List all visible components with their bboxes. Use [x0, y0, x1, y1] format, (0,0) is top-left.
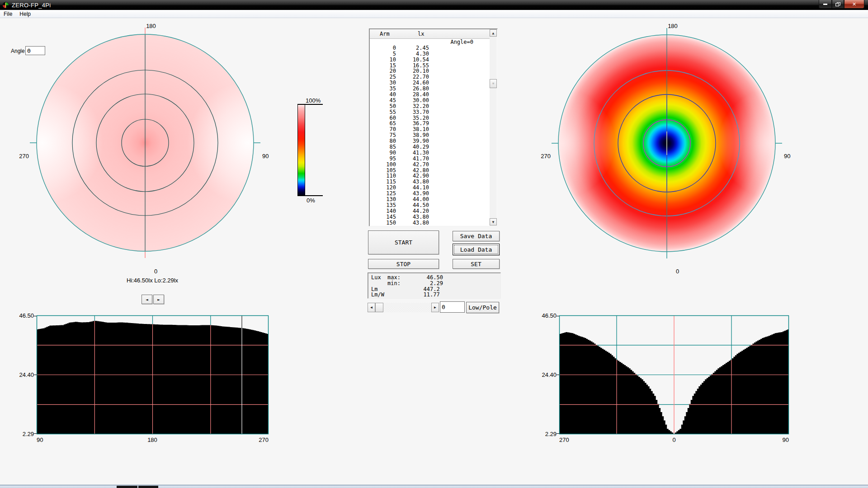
table-row[interactable]: 13044.00 [370, 197, 490, 202]
taskbar-item[interactable] [117, 486, 137, 488]
load-data-button[interactable]: Load Data [453, 244, 500, 255]
right-polar-map [549, 26, 784, 261]
scroll-right-icon[interactable]: ► [431, 303, 439, 312]
cr-ytick-mid: 24.40 [535, 371, 557, 378]
lux-stats-panel: Lux max: 46.50 min: 2.29 Lm 447.2 Lm/W 1… [368, 272, 501, 299]
right-polar-label-right: 90 [784, 153, 790, 160]
table-row[interactable]: 54.30 [370, 51, 490, 57]
restore-button[interactable] [832, 0, 844, 9]
scale-bottom-tick [297, 195, 323, 196]
set-button[interactable]: SET [453, 259, 500, 269]
table-scrollbar[interactable]: ▲ ≡ ▼ [490, 29, 497, 225]
table-header: Arm lx [370, 29, 490, 39]
col-header-arm: Arm [380, 31, 390, 37]
save-data-button[interactable]: Save Data [453, 231, 500, 241]
window-title: ZERO-FP_4Pi [12, 2, 51, 9]
taskbar-item[interactable] [138, 486, 158, 488]
table-row[interactable]: 3526.80 [370, 86, 490, 92]
table-row[interactable]: 2522.70 [370, 74, 490, 80]
table-row[interactable]: 4028.40 [370, 92, 490, 98]
angle-label: Angle [11, 48, 25, 54]
profile-chart-90-270 [37, 315, 269, 434]
table-note-row: Angle=0 [370, 39, 490, 45]
scroll-left-icon[interactable]: ◄ [368, 303, 375, 312]
menu-file[interactable]: File [0, 10, 16, 18]
table-row[interactable]: 2020.10 [370, 68, 490, 74]
position-scrollbar-thumb[interactable] [375, 303, 383, 312]
table-row[interactable]: 14044.20 [370, 208, 490, 214]
cl-ytick-top: 46.50 [12, 312, 34, 319]
menu-help[interactable]: Help [16, 10, 34, 18]
position-input[interactable] [440, 301, 465, 313]
table-row[interactable]: 3024.60 [370, 80, 490, 86]
table-row[interactable]: 6536.79 [370, 121, 490, 127]
table-row[interactable]: 15043.80 [370, 220, 490, 225]
cl-ytick-mid: 24.40 [12, 371, 34, 378]
next-angle-button[interactable]: ► [153, 295, 164, 304]
close-button[interactable]: ✕ [844, 0, 864, 9]
col-header-lx: lx [418, 31, 424, 37]
app-window: ZERO-FP_4Pi ✕ File Help Angle [0, 0, 868, 488]
cl-xtick-left: 90 [37, 436, 43, 443]
menu-bar: File Help [0, 10, 868, 18]
stats-line-4: Lm/W 11.77 [371, 291, 440, 298]
taskbar-edge [0, 485, 868, 488]
scrollbar-thumb[interactable]: ≡ [490, 79, 497, 88]
table-row[interactable]: 1516.55 [370, 63, 490, 69]
left-polar-label-top: 180 [143, 23, 159, 29]
cr-ytick-bot: 2.29 [535, 431, 557, 437]
table-row[interactable]: 8039.90 [370, 138, 490, 144]
title-bar: ZERO-FP_4Pi ✕ [0, 0, 868, 10]
prev-angle-button[interactable]: ◄ [142, 295, 152, 304]
table-row[interactable]: 9541.70 [370, 156, 490, 162]
scale-top-label: 100% [306, 97, 321, 104]
table-row[interactable]: 5032.20 [370, 103, 490, 109]
left-polar-label-right: 90 [262, 153, 269, 160]
cr-xtick-left: 270 [559, 436, 569, 443]
scroll-up-icon[interactable]: ▲ [490, 29, 497, 37]
right-arrow-icon: ► [157, 297, 160, 302]
measurement-table[interactable]: Arm lx Angle=002.4554.301010.541516.5520… [369, 28, 498, 226]
start-button[interactable]: START [368, 230, 439, 254]
focus-ring [454, 245, 498, 254]
table-row[interactable]: 7538.90 [370, 132, 490, 138]
table-row[interactable]: 8540.29 [370, 144, 490, 150]
table-row[interactable]: 7038.10 [370, 127, 490, 132]
table-row[interactable]: 1010.54 [370, 57, 490, 63]
cl-xtick-mid: 180 [144, 436, 160, 443]
left-polar-map [28, 25, 263, 260]
table-row[interactable]: 02.45 [370, 45, 490, 51]
cr-xtick-right: 90 [773, 436, 789, 443]
table-row[interactable]: 5533.70 [370, 109, 490, 115]
table-row[interactable]: 10042.70 [370, 162, 490, 168]
right-polar-label-top: 180 [665, 23, 681, 29]
app-icon [2, 2, 9, 9]
table-row[interactable]: 4530.00 [370, 98, 490, 103]
profile-chart-270-0-90 [559, 315, 789, 434]
right-polar-label-bottom: 0 [676, 268, 679, 275]
table-row[interactable]: 13544.50 [370, 202, 490, 208]
color-scale-bar [297, 104, 305, 196]
left-arrow-icon: ◄ [146, 297, 148, 302]
low-pole-button[interactable]: Low/Pole [466, 302, 499, 313]
restore-icon [835, 2, 840, 6]
table-row[interactable]: 9041.30 [370, 150, 490, 156]
cl-ytick-bot: 2.29 [12, 431, 34, 437]
stop-button[interactable]: STOP [368, 259, 439, 269]
left-polar-label-bottom: 0 [154, 268, 157, 275]
table-row[interactable]: 6035.20 [370, 115, 490, 121]
left-polar-label-left: 270 [14, 153, 29, 160]
cr-xtick-mid: 0 [666, 436, 682, 443]
cr-ytick-top: 46.50 [535, 312, 557, 319]
cl-xtick-right: 270 [252, 436, 269, 443]
scroll-down-icon[interactable]: ▼ [490, 218, 497, 225]
table-body: Angle=002.4554.301010.541516.552020.1025… [370, 39, 490, 225]
hi-lo-readout: Hi:46.50lx Lo:2.29lx [85, 277, 220, 284]
minimize-button[interactable] [819, 0, 832, 9]
right-polar-label-left: 270 [535, 153, 551, 160]
scale-top-tick [297, 104, 323, 105]
table-row[interactable]: 14543.80 [370, 214, 490, 220]
scale-bottom-label: 0% [307, 197, 315, 204]
